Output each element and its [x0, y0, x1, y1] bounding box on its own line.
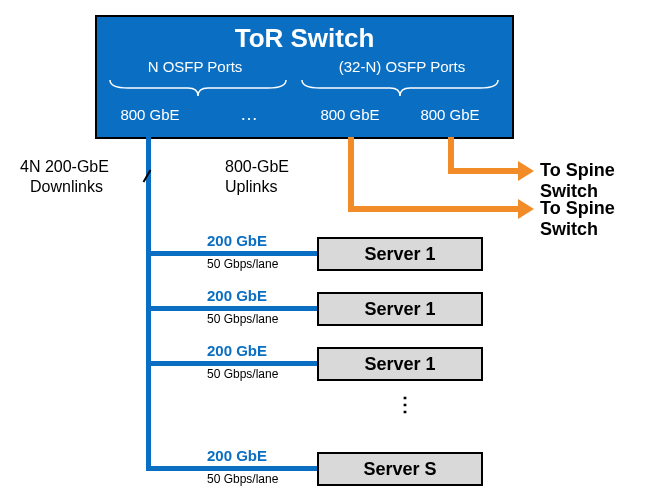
server-lane-2: 50 Gbps/lane: [207, 312, 278, 326]
speed-label-1: 800 GbE: [110, 106, 190, 123]
uplink-line-left-v: [348, 137, 354, 212]
uplink-line-left-h: [348, 206, 520, 212]
spine-dest-1: To Spine Switch: [540, 160, 650, 202]
arrow-icon-1: [518, 161, 534, 181]
server-speed-1: 200 GbE: [207, 232, 267, 249]
left-brace-icon: [108, 78, 288, 98]
server-lane-s: 50 Gbps/lane: [207, 472, 278, 486]
left-port-group-label: N OSFP Ports: [130, 58, 260, 75]
server-lane-1: 50 Gbps/lane: [207, 257, 278, 271]
downlinks-label-1: 4N 200-GbE: [20, 158, 109, 176]
server-box-2: Server 1: [317, 292, 483, 326]
server-box-3: Server 1: [317, 347, 483, 381]
server-lane-3: 50 Gbps/lane: [207, 367, 278, 381]
ports-ellipsis: …: [240, 104, 258, 125]
speed-label-3: 800 GbE: [410, 106, 490, 123]
server-speed-3: 200 GbE: [207, 342, 267, 359]
server-box-1: Server 1: [317, 237, 483, 271]
server-link-s: [151, 466, 317, 471]
downlink-trunk-line: [146, 137, 151, 471]
server-ellipsis-icon: ⋮: [395, 392, 417, 416]
server-link-1: [151, 251, 317, 256]
uplink-line-right-h: [448, 168, 520, 174]
server-speed-s: 200 GbE: [207, 447, 267, 464]
server-box-s: Server S: [317, 452, 483, 486]
uplinks-label-1: 800-GbE: [225, 158, 289, 176]
speed-label-2: 800 GbE: [310, 106, 390, 123]
right-brace-icon: [300, 78, 500, 98]
arrow-icon-2: [518, 199, 534, 219]
server-link-3: [151, 361, 317, 366]
server-link-2: [151, 306, 317, 311]
right-port-group-label: (32-N) OSFP Ports: [312, 58, 492, 75]
downlinks-label-2: Downlinks: [30, 178, 103, 196]
spine-dest-2: To Spine Switch: [540, 198, 650, 240]
uplinks-label-2: Uplinks: [225, 178, 277, 196]
server-speed-2: 200 GbE: [207, 287, 267, 304]
tor-switch-title: ToR Switch: [97, 23, 512, 54]
